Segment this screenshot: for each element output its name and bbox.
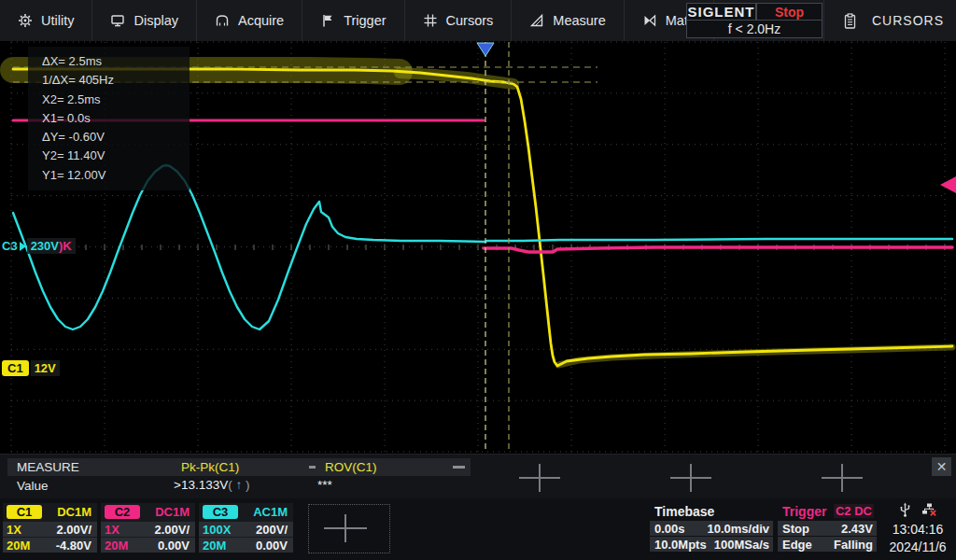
trigger-delay-marker[interactable] <box>477 43 494 56</box>
cursor-delta-x: ΔX= 2.5ms <box>42 52 190 71</box>
add-measure-slot-icon[interactable] <box>822 464 863 492</box>
c2-scale: 2.00V/ <box>154 523 190 537</box>
brand-logo: SIGLENT <box>686 3 756 21</box>
c1-name-badge: C1 <box>2 360 29 376</box>
channel-box-c2[interactable]: C2DC1M 1X2.00V/ 20M0.00V <box>101 503 195 553</box>
menu-utility-label: Utility <box>41 13 74 28</box>
menu-cursors-label: Cursors <box>446 13 494 28</box>
add-measure-slot-icon[interactable] <box>519 464 560 492</box>
remove-measure-icon[interactable] <box>453 466 465 469</box>
timebase-scale: 10.0ms/div <box>708 522 770 536</box>
channel-box-c3[interactable]: C3AC1M 100X200V/ 20M0.00V <box>199 503 293 553</box>
c1-offset: -4.80V <box>56 539 91 553</box>
add-measure-slot-icon[interactable] <box>670 464 711 492</box>
trigger-title: Trigger <box>782 504 826 519</box>
c2-bandwidth: 20M <box>105 539 128 553</box>
c3-name: C3 <box>2 239 18 253</box>
menu-measure-label: Measure <box>553 13 605 28</box>
menu-trigger[interactable]: Trigger <box>302 0 404 41</box>
c3-user-label: 230V)K <box>27 238 76 254</box>
top-menu-bar: Utility Display Acquire Trigger <box>0 0 956 43</box>
c1-bandwidth: 20M <box>7 539 30 553</box>
trigger-frequency-readout: f < 2.0Hz <box>686 21 822 38</box>
cursor-y2: Y2= 11.40V <box>42 147 190 165</box>
cursor-y1: Y1= 12.00V <box>42 166 190 185</box>
measure-slot-pkpk[interactable]: Pk-Pk(C1) <box>172 458 327 476</box>
c2-badge: C2 <box>105 505 140 519</box>
flag-icon <box>320 13 335 28</box>
close-measure-bar-button[interactable]: ✕ <box>932 457 951 476</box>
cursor-x2: X2= 2.5ms <box>42 91 190 109</box>
trigger-slope: Falling <box>834 538 873 552</box>
menu-trigger-label: Trigger <box>344 13 386 28</box>
measure-slot-rov-name: ROV(C1) <box>325 460 453 474</box>
c2-coupling: DC1M <box>155 505 190 519</box>
menu-display[interactable]: Display <box>92 0 197 41</box>
memory-depth: 10.0Mpts <box>654 538 707 552</box>
c1-badge: C1 <box>7 505 42 519</box>
trigger-status: Stop <box>782 522 809 536</box>
cursors-panel-button[interactable]: CURSORS <box>829 0 956 41</box>
status-group: SIGLENT Stop f < 2.0Hz <box>686 3 822 38</box>
trigger-level-marker[interactable] <box>940 176 956 193</box>
monitor-icon <box>110 13 125 28</box>
timebase-box[interactable]: Timebase 0.00s10.0ms/div 10.0Mpts100MSa/… <box>650 502 773 554</box>
menu-display-label: Display <box>134 13 178 28</box>
trigger-level: 2.43V <box>841 522 873 536</box>
cursor-inv-delta-x: 1/ΔX= 405Hz <box>42 71 190 90</box>
measure-slot-pkpk-name: Pk-Pk(C1) <box>181 460 309 474</box>
c2-offset: 0.00V <box>158 539 190 553</box>
timebase-title: Timebase <box>650 502 773 520</box>
acquisition-status: Stop <box>756 3 822 21</box>
measure-bar: MEASURE Value Pk-Pk(C1) >13.133V( ↑ ) RO… <box>0 454 956 499</box>
usb-icon <box>898 502 912 522</box>
c3-offset: 0.00V <box>256 539 288 553</box>
channel-c1-position-label[interactable]: C1 12V <box>2 360 60 376</box>
clock-date: 2024/11/6 <box>889 539 946 556</box>
timebase-delay: 0.00s <box>654 522 685 536</box>
measure-slot-pkpk-value: >13.133V( ↑ ) <box>174 478 249 492</box>
menu-acquire[interactable]: Acquire <box>197 0 302 41</box>
c3-badge: C3 <box>203 505 238 519</box>
bottom-status-bar: C1DC1M 1X2.00V/ 20M-4.80V C2DC1M 1X2.00V… <box>0 498 956 560</box>
trigger-type: Edge <box>782 538 812 552</box>
trigger-box[interactable]: TriggerC2 DC Stop2.43V EdgeFalling <box>778 502 877 554</box>
waveform-c2-trace-post <box>484 247 952 252</box>
channel-box-c1[interactable]: C1DC1M 1X2.00V/ 20M-4.80V <box>3 503 97 553</box>
oscilloscope-screen: Utility Display Acquire Trigger <box>0 0 956 560</box>
clipboard-icon <box>842 13 857 28</box>
menu-acquire-label: Acquire <box>238 13 284 28</box>
sample-rate: 100MSa/s <box>714 538 769 552</box>
cursor-x1: X1= 0.0s <box>42 109 190 128</box>
clock-time: 13:04:16 <box>893 521 944 539</box>
datetime-box: 13:04:16 2024/11/6 <box>881 500 954 556</box>
c2-attenuation: 1X <box>105 523 120 537</box>
acquire-icon <box>215 13 230 28</box>
c3-scale: 200V/ <box>256 523 288 537</box>
math-butterfly-icon <box>642 13 657 28</box>
cursor-delta-y: ΔY= -0.60V <box>42 128 190 147</box>
channel-c3-position-label[interactable]: C3 230V)K <box>2 238 76 254</box>
cursor-readout-box: ΔX= 2.5ms 1/ΔX= 405Hz X2= 2.5ms X1= 0.0s… <box>28 47 190 190</box>
menu-cursors[interactable]: Cursors <box>405 0 513 41</box>
cursors-grid-icon <box>423 13 438 28</box>
c3-attenuation: 100X <box>203 523 231 537</box>
ruler-triangle-icon <box>529 13 544 28</box>
menu-utility[interactable]: Utility <box>0 0 92 41</box>
add-channel-button[interactable] <box>308 504 390 553</box>
c3-bandwidth: 20M <box>203 539 226 553</box>
c1-coupling: DC1M <box>57 505 91 519</box>
cursors-panel-label: CURSORS <box>872 13 944 28</box>
waveform-display: ΔX= 2.5ms 1/ΔX= 405Hz X2= 2.5ms X1= 0.0s… <box>0 41 956 454</box>
c2-user-label-overlap: )K <box>59 239 72 253</box>
c3-position-arrow-icon <box>20 242 26 251</box>
network-disconnected-icon <box>921 502 937 521</box>
measure-slot-rov[interactable]: ROV(C1) <box>316 458 471 476</box>
measure-value-row-label: Value <box>17 479 49 493</box>
c1-attenuation: 1X <box>7 523 21 537</box>
c1-scale: 2.00V/ <box>56 523 91 537</box>
trigger-source: C2 DC <box>834 504 874 518</box>
menu-measure[interactable]: Measure <box>512 0 624 41</box>
measure-title: MEASURE <box>7 458 176 476</box>
c3-coupling: AC1M <box>253 505 288 519</box>
